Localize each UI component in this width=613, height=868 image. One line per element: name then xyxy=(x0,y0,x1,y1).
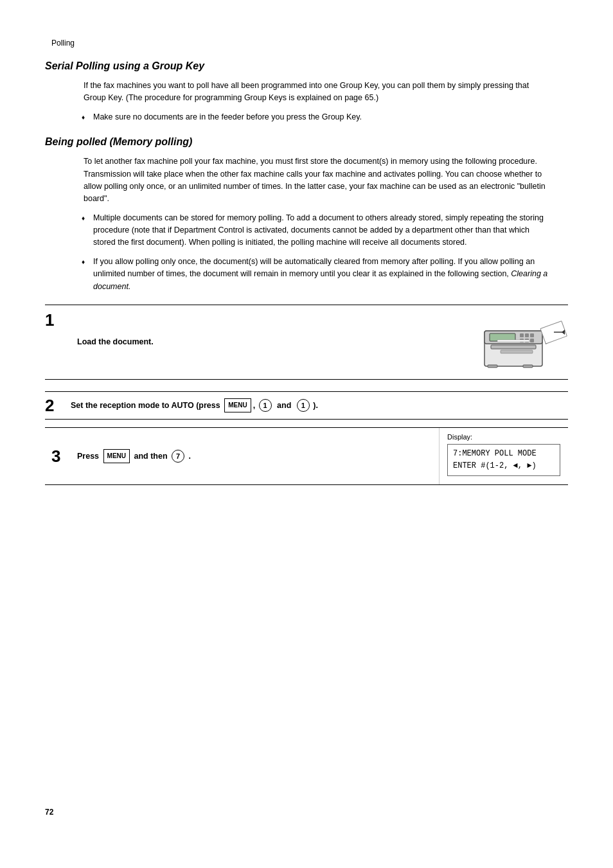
step1-content: Load the document. xyxy=(77,312,568,373)
svg-rect-24 xyxy=(530,339,534,342)
section1-bullet: Make sure no documents are in the feeder… xyxy=(93,111,549,123)
step2-key1: 1 xyxy=(259,399,272,412)
svg-rect-31 xyxy=(488,365,497,368)
header-label: Polling xyxy=(51,39,568,48)
section2-bullet2: If you allow polling only once, the docu… xyxy=(93,256,549,293)
step3-row: 3 Press MENU and then 7 . Display: 7:MEM… xyxy=(45,427,568,485)
menu-key-3: MENU xyxy=(103,449,130,463)
step3-right: Display: 7:MEMORY POLL MODE ENTER #(1-2,… xyxy=(440,428,568,484)
section2-bullet1: Multiple documents can be stored for mem… xyxy=(93,212,549,249)
section1-title: Serial Polling using a Group Key xyxy=(45,60,568,72)
section1-body: If the fax machines you want to poll hav… xyxy=(84,80,549,105)
step2-and: and xyxy=(277,401,291,410)
step3-period: . xyxy=(189,452,191,461)
section2-body: To let another fax machine poll your fax… xyxy=(84,155,549,206)
svg-rect-21 xyxy=(530,333,534,337)
step2-key2: 1 xyxy=(297,399,310,412)
section2-title: Being polled (Memory polling) xyxy=(45,136,568,148)
fax-illustration xyxy=(465,312,568,373)
display-line1: 7:MEMORY POLL MODE xyxy=(453,448,555,460)
step2-number: 2 xyxy=(45,397,64,414)
svg-rect-19 xyxy=(520,333,524,337)
step2-text: Set the reception mode to AUTO (press xyxy=(71,401,220,410)
step3-then: and then xyxy=(134,452,167,461)
page-number: 72 xyxy=(45,808,53,817)
menu-key-2: MENU xyxy=(224,398,251,412)
step3-press: Press xyxy=(77,452,99,461)
step1-text: Load the document. xyxy=(77,336,154,348)
step1-box: 1 Load the document. xyxy=(45,305,568,380)
display-box: 7:MEMORY POLL MODE ENTER #(1-2, ◄, ►) xyxy=(447,444,560,476)
step3-number: 3 xyxy=(51,448,71,465)
step2-end: ). xyxy=(313,401,318,410)
step3-content: Press MENU and then 7 . xyxy=(77,449,191,464)
svg-rect-26 xyxy=(497,340,529,342)
step1-number: 1 xyxy=(45,312,64,328)
svg-rect-33 xyxy=(501,350,533,353)
step3-key7: 7 xyxy=(172,450,184,463)
svg-rect-32 xyxy=(523,365,533,368)
step3-left: 3 Press MENU and then 7 . xyxy=(45,428,440,484)
step2-content: Set the reception mode to AUTO (press ME… xyxy=(71,398,318,413)
display-label: Display: xyxy=(447,433,560,441)
svg-rect-25 xyxy=(491,345,536,349)
display-line2: ENTER #(1-2, ◄, ►) xyxy=(453,460,555,472)
step2-row: 2 Set the reception mode to AUTO (press … xyxy=(45,391,568,420)
step2-comma: , xyxy=(253,401,255,410)
svg-rect-20 xyxy=(525,333,529,337)
